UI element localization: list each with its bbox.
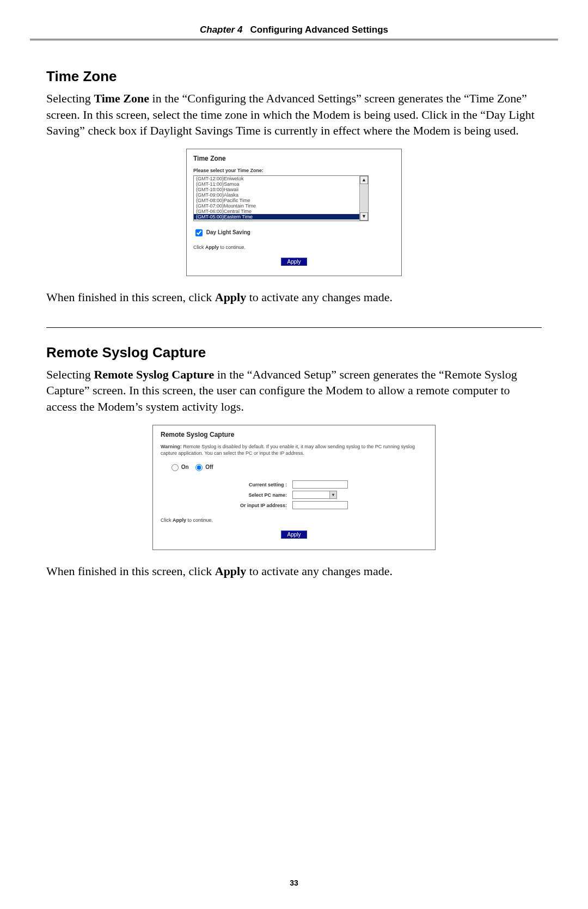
- timezone-paragraph: Selecting Time Zone in the “Configuring …: [46, 90, 542, 139]
- daylight-saving-checkbox[interactable]: [195, 229, 203, 236]
- sl-warning: Warning: Remote Syslog is disabled by de…: [161, 444, 427, 456]
- page-header: Chapter 4 Configuring Advanced Settings: [46, 25, 542, 35]
- tz-click-apply-text: Click Apply to continue.: [193, 245, 395, 250]
- header-rule: [30, 39, 558, 41]
- tz-option[interactable]: (GMT-09:00)Alaska: [196, 192, 359, 198]
- sl-field-table: Current setting : Select PC name: ▾ Or i…: [237, 479, 351, 511]
- tz-option[interactable]: (GMT-06:00)Central Time: [196, 209, 359, 214]
- tz-scrollbar[interactable]: ▲ ▼: [359, 176, 368, 221]
- sl-apply-button[interactable]: Apply: [281, 530, 307, 539]
- sl-radio-on-label: On: [181, 464, 189, 470]
- sl-shot-title: Remote Syslog Capture: [161, 431, 427, 438]
- syslog-after-paragraph: When finished in this screen, click Appl…: [46, 563, 542, 579]
- sl-current-field: [292, 480, 348, 489]
- daylight-saving-label: Day Light Saving: [206, 229, 250, 235]
- section-heading-syslog: Remote Syslog Capture: [46, 344, 542, 361]
- tz-apply-button[interactable]: Apply: [281, 258, 307, 266]
- sl-radio-on[interactable]: [171, 464, 179, 471]
- tz-option[interactable]: (GMT-12:00)Eniwetok: [196, 176, 359, 181]
- sl-label-ip: Or input IP address:: [238, 501, 289, 510]
- tz-shot-title: Time Zone: [193, 155, 395, 162]
- timezone-screenshot: Time Zone Please select your Time Zone: …: [186, 149, 402, 276]
- tz-option-selected[interactable]: (GMT-05:00)Eastern Time: [194, 214, 359, 219]
- tz-listbox[interactable]: (GMT-12:00)Eniwetok (GMT-11:00)Samoa (GM…: [193, 175, 369, 221]
- sl-click-apply-text: Click Apply to continue.: [161, 517, 427, 523]
- section-heading-timezone: Time Zone: [46, 68, 542, 85]
- dropdown-icon[interactable]: ▾: [329, 491, 336, 498]
- sl-label-pcname: Select PC name:: [238, 490, 289, 499]
- page-number: 33: [0, 879, 588, 887]
- sl-radio-off-label: Off: [205, 464, 213, 470]
- sl-label-current: Current setting :: [238, 480, 289, 489]
- chapter-label: Chapter 4: [200, 25, 242, 35]
- scroll-down-icon[interactable]: ▼: [360, 212, 368, 221]
- sl-radio-off[interactable]: [195, 464, 203, 471]
- chapter-title: Configuring Advanced Settings: [250, 25, 388, 35]
- tz-shot-prompt: Please select your Time Zone:: [193, 168, 395, 173]
- daylight-saving-row: Day Light Saving: [193, 228, 395, 238]
- sl-radio-row: On Off: [171, 464, 427, 471]
- sl-ip-input[interactable]: [292, 501, 348, 509]
- tz-option[interactable]: (GMT-08:00)Pacific Time: [196, 198, 359, 203]
- timezone-after-paragraph: When finished in this screen, click Appl…: [46, 289, 542, 306]
- section-divider: [46, 327, 542, 328]
- tz-option[interactable]: (GMT-11:00)Samoa: [196, 181, 359, 187]
- sl-pcname-select[interactable]: ▾: [292, 491, 337, 499]
- syslog-paragraph: Selecting Remote Syslog Capture in the “…: [46, 367, 542, 415]
- syslog-screenshot: Remote Syslog Capture Warning: Remote Sy…: [152, 425, 436, 550]
- scroll-up-icon[interactable]: ▲: [360, 176, 368, 184]
- tz-option[interactable]: (GMT-10:00)Hawaii: [196, 187, 359, 192]
- tz-option[interactable]: (GMT-07:00)Mountain Time: [196, 203, 359, 209]
